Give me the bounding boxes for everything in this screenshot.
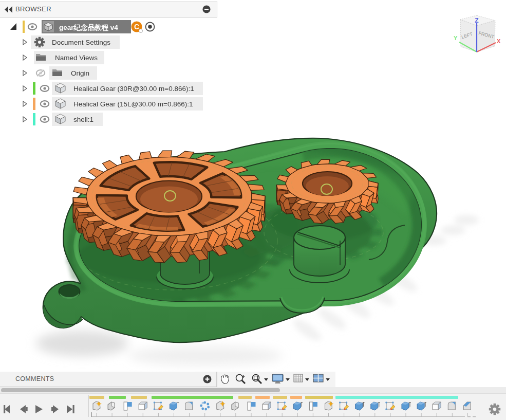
svg-text:Z: Z [475, 17, 478, 24]
svg-text:X: X [497, 38, 501, 44]
svg-text:C: C [134, 23, 139, 31]
svg-text:Y: Y [454, 35, 458, 41]
